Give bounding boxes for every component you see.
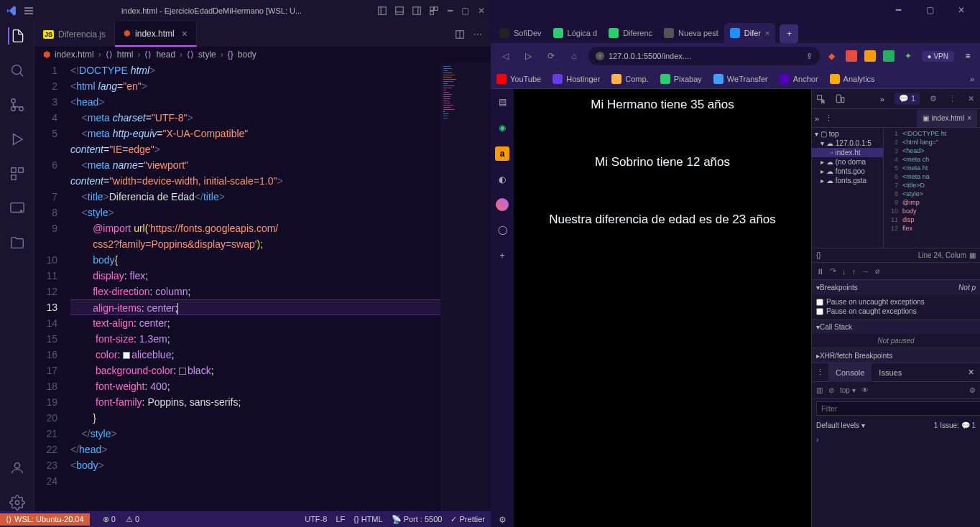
section-header[interactable]: ▸ XHR/fetch Breakpoints bbox=[812, 348, 980, 363]
eye-icon[interactable]: 👁 bbox=[861, 386, 869, 394]
ext-icon-1[interactable] bbox=[846, 50, 857, 62]
home-icon[interactable]: ⌂ bbox=[565, 47, 583, 65]
clear-console-icon[interactable]: ⊘ bbox=[828, 386, 834, 394]
console-output[interactable]: › bbox=[812, 432, 980, 527]
eol[interactable]: LF bbox=[336, 515, 345, 524]
panel-bottom-icon[interactable] bbox=[394, 6, 405, 16]
explorer-icon[interactable] bbox=[8, 27, 25, 45]
device-icon[interactable] bbox=[831, 94, 849, 104]
bookmarks-overflow-icon[interactable]: » bbox=[970, 75, 974, 83]
search-icon[interactable] bbox=[9, 62, 26, 79]
bookmark-anchor[interactable]: Anchor bbox=[780, 74, 818, 84]
source-viewer[interactable]: 1<!DOCTYPE ht 2<html lang=" 3<head> 4 <m… bbox=[884, 128, 980, 248]
pretty-print-icon[interactable]: {} bbox=[816, 251, 821, 259]
issues-badge[interactable]: 💬 1 bbox=[895, 93, 920, 105]
bookmark-hostinger[interactable]: Hostinger bbox=[553, 74, 600, 84]
pause-caught-checkbox[interactable]: Pause on caught exceptions bbox=[816, 307, 976, 316]
breadcrumb-item[interactable]: body bbox=[238, 50, 256, 60]
file-tree[interactable]: ▾ ▢ top ▾ ☁ 127.0.0.1:5 ▫ index.ht ▸ ☁ (… bbox=[812, 128, 884, 248]
breadcrumb-item[interactable]: style bbox=[198, 50, 216, 60]
step-icon[interactable]: → bbox=[861, 267, 869, 276]
bookmark-pixabay[interactable]: Pixabay bbox=[660, 74, 702, 84]
minimap[interactable]: ▬▬▬▬▬▬▬▬▬▬▬▬▬▬ ▬▬▬▬▬▬ ▬▬▬▬▬▬▬▬ ▬▬▬▬▬▬ ▬▬… bbox=[440, 62, 491, 511]
console-tab[interactable]: Console bbox=[828, 363, 872, 382]
devtools-more-tabs-icon[interactable]: » bbox=[874, 95, 890, 103]
more-actions-icon[interactable]: ⋯ bbox=[473, 29, 482, 39]
new-tab-button[interactable]: + bbox=[780, 24, 798, 43]
url-bar[interactable]: ! 127.0.0.1:5500/index.... ⇪ bbox=[588, 47, 820, 65]
tab-close-icon[interactable]: × bbox=[765, 29, 769, 37]
sidebar-settings-icon[interactable]: ⚙ bbox=[495, 513, 509, 527]
vpn-badge[interactable]: ● VPN bbox=[922, 51, 954, 62]
close-icon[interactable]: × bbox=[967, 114, 971, 122]
menu-icon[interactable]: ≡ bbox=[961, 50, 974, 62]
site-info-icon[interactable]: ! bbox=[596, 52, 604, 60]
browser-tab-sofidev[interactable]: SofiDev bbox=[494, 23, 547, 43]
account-icon[interactable] bbox=[9, 460, 26, 477]
minimize-icon[interactable]: ━ bbox=[882, 0, 914, 20]
console-filter-input[interactable] bbox=[816, 401, 980, 416]
hamburger-icon[interactable] bbox=[23, 5, 34, 17]
browser-tab-diferenc[interactable]: Diferenc bbox=[603, 23, 658, 43]
avatar-icon[interactable] bbox=[496, 198, 509, 211]
add-sidebar-icon[interactable]: + bbox=[495, 248, 509, 263]
breadcrumb[interactable]: ⬢ index.html › ⟨⟩ html › ⟨⟩ head › ⟨⟩ st… bbox=[34, 47, 491, 62]
devtools-settings-icon[interactable]: ⚙ bbox=[924, 94, 943, 103]
back-icon[interactable]: ◁ bbox=[496, 47, 514, 65]
pause-uncaught-checkbox[interactable]: Pause on uncaught exceptions bbox=[816, 297, 976, 307]
sync-icon[interactable]: ▦ bbox=[969, 251, 976, 259]
browser-tab-difer-active[interactable]: Difer× bbox=[724, 23, 776, 43]
bookmark-youtube[interactable]: YouTube bbox=[496, 74, 541, 84]
devtools-close-icon[interactable]: ✕ bbox=[961, 94, 980, 103]
encoding[interactable]: UTF-8 bbox=[305, 515, 327, 524]
close-icon[interactable]: ✕ bbox=[478, 6, 485, 16]
issues-link[interactable]: 1 Issue: 💬 1 bbox=[934, 421, 976, 429]
inspect-icon[interactable] bbox=[812, 94, 831, 104]
panel-right-icon[interactable] bbox=[412, 6, 422, 16]
source-file-tab[interactable]: ▣ index.html × bbox=[917, 110, 977, 127]
bookmark-wetransfer[interactable]: WeTransfer bbox=[713, 74, 768, 84]
console-settings-icon[interactable]: ⚙ bbox=[969, 386, 976, 394]
step-into-icon[interactable]: ↓ bbox=[842, 267, 846, 276]
whatsapp-icon[interactable]: ◉ bbox=[495, 121, 509, 135]
deactivate-bp-icon[interactable]: ⌀ bbox=[875, 266, 880, 276]
prettier-status[interactable]: ✓ Prettier bbox=[450, 515, 485, 524]
amazon-icon[interactable]: a bbox=[495, 146, 509, 161]
section-header[interactable]: ▾ BreakpointsNot p bbox=[812, 280, 980, 294]
maximize-icon[interactable]: ▢ bbox=[914, 0, 946, 20]
panel-left-icon[interactable] bbox=[377, 6, 387, 16]
console-menu-icon[interactable]: ⋮ bbox=[812, 368, 828, 377]
console-close-icon[interactable]: ✕ bbox=[962, 368, 980, 377]
extensions-puzzle-icon[interactable]: ✦ bbox=[902, 50, 915, 62]
pause-icon[interactable]: ⏸ bbox=[816, 267, 824, 276]
reading-list-icon[interactable]: ▤ bbox=[495, 95, 509, 109]
tab-close-icon[interactable]: × bbox=[182, 28, 188, 39]
errors-count[interactable]: ⊗ 0 bbox=[103, 515, 116, 524]
log-levels-selector[interactable]: Default levels ▾ bbox=[816, 421, 865, 429]
tab-diferencia-js[interactable]: JS Diferencia.js bbox=[34, 22, 115, 47]
source-control-icon[interactable] bbox=[9, 96, 26, 113]
warnings-count[interactable]: ⚠ 0 bbox=[126, 515, 139, 524]
minimize-icon[interactable]: ━ bbox=[448, 6, 453, 16]
tab-index-html[interactable]: ⬢ index.html × bbox=[115, 22, 197, 47]
breadcrumb-item[interactable]: html bbox=[117, 50, 134, 60]
layout-grid-icon[interactable] bbox=[429, 6, 439, 16]
run-debug-icon[interactable] bbox=[9, 131, 26, 148]
breadcrumb-item[interactable]: head bbox=[156, 50, 175, 60]
share-icon[interactable]: ⇪ bbox=[806, 52, 813, 61]
devtools-menu-icon[interactable]: ⋮ bbox=[943, 94, 961, 103]
code-editor[interactable]: 1234 56 789 10111213 14151617 18192021 2… bbox=[34, 62, 491, 511]
forward-icon[interactable]: ▷ bbox=[519, 47, 537, 65]
settings-gear-icon[interactable] bbox=[9, 494, 26, 511]
issues-tab[interactable]: Issues bbox=[872, 363, 909, 382]
extensions-icon[interactable] bbox=[9, 165, 26, 182]
maximize-icon[interactable]: ▢ bbox=[461, 6, 469, 16]
language-mode[interactable]: {} HTML bbox=[353, 515, 382, 524]
github-icon[interactable]: ◯ bbox=[495, 223, 509, 237]
devtools-kebab-icon[interactable]: ⋮ bbox=[825, 113, 833, 123]
brave-shield-icon[interactable]: ◆ bbox=[826, 50, 838, 62]
sidebar-toggle-icon[interactable]: ▥ bbox=[816, 386, 823, 394]
step-out-icon[interactable]: ↑ bbox=[852, 267, 856, 276]
bookmark-analytics[interactable]: Analytics bbox=[830, 74, 875, 84]
ext-icon-2[interactable] bbox=[864, 50, 876, 62]
